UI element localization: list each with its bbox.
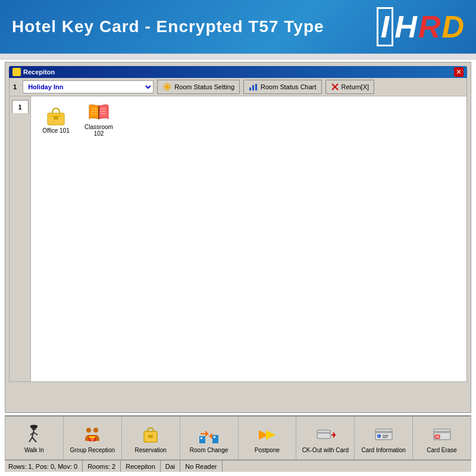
walk-in-label: Walk In xyxy=(24,447,44,453)
card-erase-label: Card Erase xyxy=(427,447,457,453)
room-status-setting-label: Room Status Setting xyxy=(174,83,234,90)
svg-rect-34 xyxy=(214,436,215,438)
title-bar-text: Recepiton xyxy=(23,68,55,76)
card-information-button[interactable]: i Card Information xyxy=(355,416,413,459)
close-x-icon xyxy=(331,83,339,91)
settings-icon xyxy=(162,83,172,91)
room-status-chart-button[interactable]: Room Status Chart xyxy=(243,80,322,94)
logo-d: D xyxy=(441,9,464,45)
svg-rect-8 xyxy=(255,84,257,90)
card-information-label: Card Information xyxy=(361,447,405,453)
group-reception-icon xyxy=(82,424,103,446)
svg-rect-37 xyxy=(317,430,330,439)
room-office-101-icon xyxy=(44,105,68,126)
app-title: Hotel Key Card - Encrypted T57 Type xyxy=(12,17,324,36)
room-office-101[interactable]: Office 101 xyxy=(36,101,76,137)
header: Hotel Key Card - Encrypted T57 Type I H … xyxy=(0,0,476,54)
status-dai: Dai xyxy=(161,461,181,472)
return-label: Return[X] xyxy=(342,83,369,90)
room-change-label: Room Change xyxy=(190,447,228,453)
status-rooms: Rooms: 2 xyxy=(83,461,121,472)
room-classroom-102-icon xyxy=(87,101,111,123)
room-office-101-label: Office 101 xyxy=(42,127,69,134)
svg-rect-7 xyxy=(252,85,254,90)
card-erase-icon xyxy=(431,424,453,446)
toolbar: 1 Holiday Inn Marriott Hilton Room Statu… xyxy=(9,78,467,96)
svg-rect-30 xyxy=(148,435,153,438)
room-status-setting-button[interactable]: Room Status Setting xyxy=(157,80,240,94)
status-reception: Recepiton xyxy=(121,461,161,472)
svg-rect-23 xyxy=(30,426,37,428)
status-reader: No Reader xyxy=(180,461,222,472)
logo-r: R xyxy=(418,9,441,45)
return-button[interactable]: Return[X] xyxy=(325,80,374,94)
close-button[interactable]: ✕ xyxy=(454,67,464,77)
svg-rect-6 xyxy=(249,87,251,90)
title-bar: Recepiton ✕ xyxy=(9,66,467,78)
postpone-icon xyxy=(256,424,278,446)
logo-i: I xyxy=(377,7,393,46)
postpone-button[interactable]: Postpone xyxy=(239,416,297,459)
hotel-select[interactable]: Holiday Inn Marriott Hilton xyxy=(23,80,154,93)
room-classroom-102[interactable]: Classroom 102 xyxy=(79,101,119,137)
walk-in-button[interactable]: Walk In xyxy=(5,416,64,459)
app-container: Recepiton ✕ 1 Holiday Inn Marriott Hilto… xyxy=(5,62,471,413)
svg-point-25 xyxy=(93,428,98,433)
svg-rect-13 xyxy=(50,115,62,117)
card-erase-button[interactable]: Card Erase xyxy=(413,416,471,459)
floor-sidebar: 1 xyxy=(10,96,31,381)
chart-icon xyxy=(249,83,258,91)
logo-h: H xyxy=(394,9,417,45)
status-rows: Rows: 1, Pos: 0, Mov: 0 xyxy=(8,461,83,472)
title-bar-label: Recepiton xyxy=(12,68,55,76)
svg-marker-36 xyxy=(266,430,275,440)
reservation-button[interactable]: Reservation xyxy=(122,416,180,459)
reservation-icon xyxy=(140,424,161,446)
postpone-label: Postpone xyxy=(255,447,280,453)
svg-point-24 xyxy=(86,428,91,433)
ck-out-with-card-icon xyxy=(315,424,336,446)
reservation-label: Reservation xyxy=(135,447,167,453)
logo: I H R D xyxy=(377,7,464,46)
walk-in-icon xyxy=(23,424,45,446)
group-reception-label: Group Reception xyxy=(70,447,115,453)
ck-out-with-card-label: CK-Out with Card xyxy=(302,447,349,453)
ck-out-with-card-button[interactable]: CK-Out with Card xyxy=(296,416,355,459)
svg-rect-33 xyxy=(201,437,202,439)
svg-rect-46 xyxy=(434,431,450,433)
status-bar: Rows: 1, Pos: 0, Mov: 0 Rooms: 2 Recepit… xyxy=(5,460,471,472)
app-icon xyxy=(12,68,21,76)
room-status-chart-label: Room Status Chart xyxy=(261,83,317,90)
svg-rect-40 xyxy=(375,431,392,433)
rooms-area: Office 101 xyxy=(31,96,466,381)
bottom-toolbar: Walk In Group Reception R xyxy=(5,415,471,460)
svg-point-0 xyxy=(165,85,169,89)
room-change-icon xyxy=(198,424,220,446)
room-classroom-102-label: Classroom 102 xyxy=(79,124,118,137)
floor-number-label: 1 xyxy=(13,83,17,90)
svg-rect-47 xyxy=(435,435,440,439)
card-information-icon: i xyxy=(373,424,394,446)
content-area: 1 Office 101 xyxy=(9,96,467,382)
room-change-button[interactable]: Room Change xyxy=(180,416,239,459)
svg-rect-12 xyxy=(54,117,58,120)
divider xyxy=(0,54,476,60)
svg-rect-38 xyxy=(317,432,330,434)
floor-item-1[interactable]: 1 xyxy=(12,100,29,113)
svg-rect-31 xyxy=(199,436,205,443)
group-reception-button[interactable]: Group Reception xyxy=(64,416,122,459)
